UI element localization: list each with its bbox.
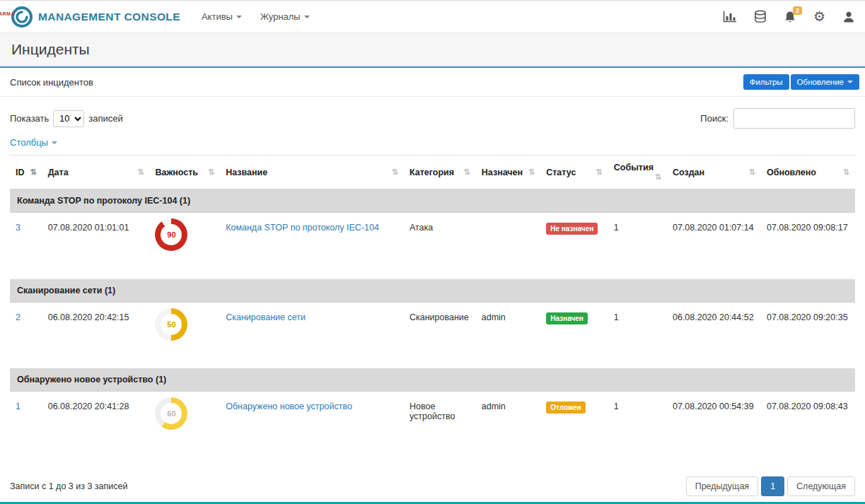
col-header-assigned[interactable]: Назначен⇅: [476, 156, 540, 189]
group-label: Сканирование сети (1): [10, 279, 855, 303]
user-icon[interactable]: [842, 11, 855, 23]
sort-icon: ⇅: [392, 168, 398, 177]
bell-icon[interactable]: 2: [784, 11, 796, 23]
incident-events: 1: [608, 213, 667, 279]
pagination-previous[interactable]: Предыдущая: [686, 476, 758, 496]
incident-updated: 07.08.2020 09:20:35: [761, 302, 855, 368]
nav-menus: Активы Журналы: [202, 11, 310, 22]
col-header-category[interactable]: Категория⇅: [404, 156, 476, 189]
search-input[interactable]: [733, 108, 855, 129]
incident-id-cell: 1: [10, 392, 42, 458]
incident-events: 1: [608, 302, 667, 368]
incident-severity-cell: 90: [149, 213, 220, 279]
col-header-date[interactable]: Дата⇅: [42, 156, 150, 189]
menu-journals[interactable]: Журналы: [260, 11, 310, 22]
incident-name-link[interactable]: Команда STOP по протоколу IEC-104: [226, 223, 379, 233]
col-header-updated[interactable]: Обновлено⇅: [761, 156, 855, 189]
col-header-severity[interactable]: Важность⇅: [149, 156, 220, 189]
group-header-row: Обнаружено новое устройство (1): [10, 368, 855, 392]
incident-date: 06.08.2020 20:42:15: [42, 302, 150, 368]
chevron-down-icon: [52, 141, 57, 144]
refresh-button[interactable]: Обновление: [791, 74, 859, 90]
status-badge: Отложен: [546, 402, 585, 414]
columns-dropdown-label: Столбцы: [10, 137, 48, 148]
page-title: Инциденты: [11, 41, 854, 58]
page-size-select[interactable]: 10: [53, 110, 84, 127]
refresh-button-label: Обновление: [797, 78, 844, 86]
group-label: Обнаружено новое устройство (1): [10, 368, 855, 392]
incident-name-link[interactable]: Сканирование сети: [226, 312, 306, 322]
sort-icon: ⇅: [749, 168, 755, 177]
chevron-down-icon: [304, 16, 310, 18]
col-header-id[interactable]: ID⇅: [10, 156, 42, 189]
incident-severity-cell: 60: [149, 392, 220, 458]
incident-created: 06.08.2020 20:44:52: [667, 302, 761, 368]
incident-name-cell: Команда STOP по протоколу IEC-104: [220, 213, 404, 279]
incident-category: Новое устройство: [404, 392, 476, 458]
gear-icon[interactable]: ⚙: [813, 10, 825, 23]
arma-logo-text: ARMA: [0, 11, 15, 16]
columns-dropdown[interactable]: Столбцы: [10, 137, 57, 148]
incident-assigned: admin: [476, 302, 540, 368]
incident-updated: 07.08.2020 09:08:17: [761, 213, 855, 279]
card-title: Список инцидентов: [10, 77, 93, 88]
col-header-status[interactable]: Статус⇅: [540, 156, 608, 189]
incident-category: Сканирование: [404, 302, 476, 368]
database-icon[interactable]: [754, 10, 767, 23]
nav-icons: 2 ⚙: [723, 10, 855, 23]
chevron-down-icon: [236, 16, 242, 18]
incident-id-cell: 2: [10, 302, 42, 368]
incident-name-link[interactable]: Обнаружено новое устройство: [226, 402, 352, 411]
table-row: 2 06.08.2020 20:42:15 50 Сканирование се…: [10, 302, 855, 368]
table-footer: Записи с 1 до 3 из 3 записей Предыдущая …: [0, 458, 865, 504]
col-header-name[interactable]: Название⇅: [220, 156, 404, 189]
incident-date: 06.08.2020 20:41:28: [42, 392, 150, 458]
sort-icon: ⇅: [528, 168, 535, 177]
severity-donut: 50: [155, 308, 187, 341]
incident-created: 07.08.2020 01:07:14: [667, 213, 761, 279]
pagination: Предыдущая 1 Следующая: [686, 476, 855, 496]
incident-id-cell: 3: [10, 213, 42, 279]
incident-assigned: [476, 213, 540, 279]
status-badge: Назначен: [546, 312, 588, 324]
records-label: записей: [88, 113, 122, 124]
pagination-page-1[interactable]: 1: [761, 476, 784, 496]
notification-badge: 2: [793, 6, 802, 15]
sort-icon: ⇅: [843, 168, 849, 177]
sort-icon: ⇅: [464, 168, 470, 177]
menu-assets[interactable]: Активы: [202, 11, 242, 22]
table-header-row: ID⇅ Дата⇅ Важность⇅ Название⇅ Категория⇅…: [10, 156, 855, 189]
group-header-row: Команда STOP по протоколу IEC-104 (1): [10, 189, 855, 213]
incident-status-cell: Отложен: [540, 392, 608, 458]
incident-created: 07.08.2020 00:54:39: [667, 392, 761, 458]
arma-logo: ARMA: [10, 5, 34, 29]
sort-icon: ⇅: [208, 168, 214, 177]
page-size-group: Показать 10 записей: [10, 110, 123, 127]
table-row: 3 07.08.2020 01:01:01 90 Команда STOP по…: [10, 213, 855, 279]
pagination-next[interactable]: Следующая: [787, 476, 855, 496]
sort-icon: ⇅: [30, 168, 37, 177]
filters-button[interactable]: Фильтры: [743, 74, 789, 90]
group-label: Команда STOP по протоколу IEC-104 (1): [10, 189, 855, 213]
chart-icon[interactable]: [723, 11, 737, 23]
severity-value: 50: [155, 308, 187, 341]
menu-assets-label: Активы: [202, 11, 233, 22]
incident-assigned: admin: [476, 392, 540, 458]
brand[interactable]: ARMA MANAGEMENT CONSOLE: [10, 5, 180, 29]
incident-id-link[interactable]: 3: [16, 223, 21, 233]
card-actions: Фильтры Обновление: [743, 74, 859, 90]
top-navbar: ARMA MANAGEMENT CONSOLE Активы Журналы: [0, 1, 865, 33]
incident-id-link[interactable]: 1: [16, 402, 21, 411]
col-header-created[interactable]: Создан⇅: [667, 156, 761, 189]
page-title-bar: Инциденты: [0, 33, 865, 68]
search-label: Поиск:: [700, 113, 728, 124]
col-header-events[interactable]: События⇅: [608, 156, 667, 189]
table-row: 1 06.08.2020 20:41:28 60 Обнаружено ново…: [10, 392, 855, 458]
records-info: Записи с 1 до 3 из 3 записей: [10, 481, 127, 491]
sort-icon: ⇅: [655, 172, 661, 182]
severity-value: 90: [155, 218, 187, 251]
incident-events: 1: [608, 392, 667, 458]
incident-severity-cell: 50: [149, 302, 220, 368]
incident-id-link[interactable]: 2: [16, 312, 21, 322]
incident-status-cell: Назначен: [540, 302, 608, 368]
